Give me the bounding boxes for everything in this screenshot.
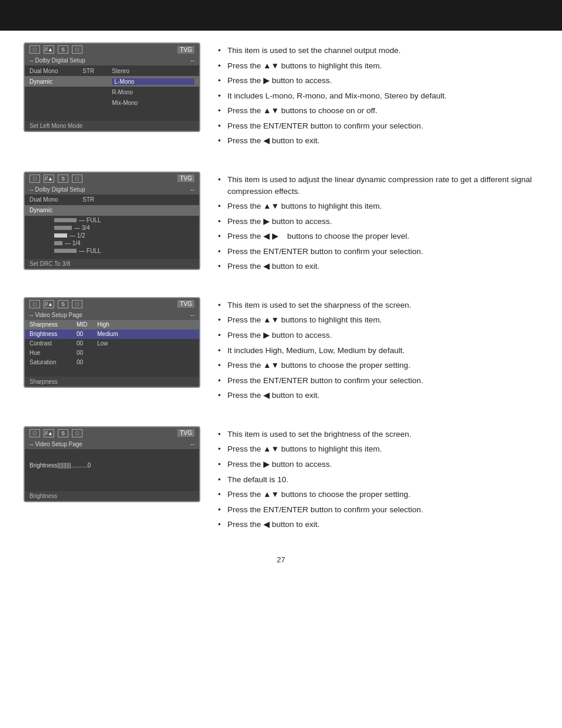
tv-icon-4: □ <box>72 429 82 437</box>
v-col3: Medium <box>97 331 194 337</box>
bullet-item: Press the ENT/ENTER button to confirm yo… <box>218 120 538 132</box>
v-col3: High <box>97 321 194 328</box>
tv-menu-body: Sharpness MID High Brightness 00 Medium … <box>25 320 199 375</box>
v-col2: 00 <box>77 340 97 347</box>
tv-icon-2: //▲ <box>44 429 54 437</box>
col2: STR <box>82 68 112 74</box>
tv-top-bar: □ //▲ S □ TVG <box>25 298 199 310</box>
bullet-item: Press the ◀ button to exit. <box>218 390 538 401</box>
bullet-item: Press the ▲▼ buttons to choose on or off… <box>218 105 538 117</box>
v-col1: Brightness <box>29 331 77 337</box>
tv-menu-header: -- Video Setup Page -- <box>25 439 199 449</box>
tv-row: R-Mono <box>25 87 199 97</box>
bullet-item: Press the ENT/ENTER button to confirm yo… <box>218 375 538 387</box>
tv-menu-header: -- Video Setup Page -- <box>25 310 199 320</box>
bullet-item: Press the ▶ button to access. <box>218 216 538 228</box>
section-dual-mono: □ //▲ S □ TVG -- Dolby Digital Setup -- … <box>24 42 538 150</box>
tv-icon-2: //▲ <box>44 174 54 183</box>
section-brightness: □ //▲ S □ TVG -- Video Setup Page -- Bri… <box>24 426 538 534</box>
drc-label: — FULL <box>79 248 101 254</box>
bullet-item: Press the ▲▼ buttons to choose the prope… <box>218 489 538 500</box>
col1: Dual Mono <box>29 196 82 203</box>
tv-menu-body: Brightness|||||||||..........0 <box>25 449 199 490</box>
col1: Dynamic <box>29 78 82 85</box>
drc-bar <box>54 226 72 230</box>
drc-row: — 3/4 <box>25 225 194 231</box>
tv-video-row-brightness: Brightness 00 Medium <box>25 330 199 339</box>
v-col2: MID <box>77 321 97 328</box>
tv-video-row-saturation: Saturation 00 <box>25 358 199 367</box>
menu-header-left: -- Video Setup Page <box>29 312 82 318</box>
v-col2: 00 <box>77 359 97 365</box>
drc-row: — 1/4 <box>25 240 194 246</box>
bullet-item: Press the ◀ button to exit. <box>218 519 538 531</box>
menu-header-right: -- <box>190 57 194 64</box>
bullet-item: Press the ▲▼ buttons to highlight this i… <box>218 60 538 72</box>
bullet-item: Press the ENT/ENTER button to confirm yo… <box>218 504 538 516</box>
v-col1: Contrast <box>29 340 77 347</box>
col3: Mix-Mono <box>112 100 194 106</box>
bullet-list-sharpness: This item is used to set the sharpness o… <box>218 297 538 405</box>
bullet-item: Press the ▶ button to access. <box>218 459 538 470</box>
page-content: □ //▲ S □ TVG -- Dolby Digital Setup -- … <box>0 31 562 588</box>
bullet-list-brightness: This item is used to set the brightness … <box>218 426 538 534</box>
tv-icon-1: □ <box>29 300 40 308</box>
tv-row: Dual Mono STR Stereo <box>25 65 199 76</box>
tv-footer: Brightness <box>25 491 199 501</box>
tv-row-highlighted: Dynamic L-Mono <box>25 76 199 87</box>
tv-menu-body: Dual Mono STR Dynamic — FULL <box>25 195 199 258</box>
section-dynamic: □ //▲ S □ TVG -- Dolby Digital Setup -- … <box>24 172 538 276</box>
tv-menu-body: Dual Mono STR Stereo Dynamic L-Mono R-Mo… <box>25 65 199 120</box>
tv-tvg-label: TVG <box>177 429 194 437</box>
tv-icon-4: □ <box>72 174 82 183</box>
bullet-item: Press the ◀ button to exit. <box>218 135 538 147</box>
tv-icons: □ //▲ S □ <box>29 45 82 54</box>
v-col2: 00 <box>77 331 97 337</box>
col3: Stereo <box>112 68 194 74</box>
tv-top-bar: □ //▲ S □ TVG <box>25 44 199 55</box>
tv-video-row-contrast: Contrast 00 Low <box>25 339 199 348</box>
bullet-item: This item is used to set the brightness … <box>218 429 538 440</box>
col3: R-Mono <box>112 89 194 95</box>
bullet-item: Press the ▲▼ buttons to highlight this i… <box>218 200 538 212</box>
drc-label: — 1/4 <box>65 240 81 246</box>
drc-label: — 1/2 <box>70 232 85 239</box>
menu-header-right: -- <box>190 186 194 193</box>
tv-icon-4: □ <box>72 300 82 308</box>
drc-row: — FULL <box>25 248 194 254</box>
tv-icons: □ //▲ S □ <box>29 429 82 437</box>
tv-tvg-label: TVG <box>177 300 194 308</box>
menu-header-right: -- <box>190 312 194 318</box>
tv-icon-3: S <box>58 174 68 183</box>
col1: Dual Mono <box>29 68 82 74</box>
bullet-list-dynamic: This item is used to adjust the linear d… <box>218 172 538 276</box>
bullet-item: Press the ▶ button to access. <box>218 75 538 87</box>
tv-icon-3: S <box>58 45 68 54</box>
menu-header-left: -- Dolby Digital Setup <box>29 186 85 193</box>
bullet-item: The default is 10. <box>218 474 538 486</box>
tv-row: Dual Mono STR <box>25 195 199 205</box>
tv-top-bar: □ //▲ S □ TVG <box>25 173 199 185</box>
bullet-item: This item is used to adjust the linear d… <box>218 174 538 197</box>
tv-menu-header: -- Dolby Digital Setup -- <box>25 55 199 65</box>
tv-video-row-sharpness: Sharpness MID High <box>25 320 199 330</box>
bullet-item: Press the ◀ ▶ buttons to choose the prop… <box>218 230 538 242</box>
tv-video-row-hue: Hue 00 <box>25 348 199 358</box>
tv-icon-2: //▲ <box>44 45 54 54</box>
brightness-bar-row: Brightness|||||||||..........0 <box>25 459 199 472</box>
tv-tvg-label: TVG <box>177 46 194 54</box>
tv-icon-1: □ <box>29 45 40 54</box>
tv-icon-3: S <box>58 300 68 308</box>
drc-bar <box>54 218 77 222</box>
bullet-item: Press the ▲▼ buttons to choose the prope… <box>218 360 538 371</box>
tv-screen-sharpness: □ //▲ S □ TVG -- Video Setup Page -- Sha… <box>24 297 200 388</box>
bullet-item: Press the ▲▼ buttons to highlight this i… <box>218 443 538 455</box>
tv-footer: Set Left Mono Mode <box>25 121 199 131</box>
bullet-item: Press the ▲▼ buttons to highlight this i… <box>218 314 538 326</box>
tv-icons: □ //▲ S □ <box>29 300 82 308</box>
tv-icon-4: □ <box>72 45 82 54</box>
tv-screen-dynamic: □ //▲ S □ TVG -- Dolby Digital Setup -- … <box>24 172 200 270</box>
tv-icon-3: S <box>58 429 68 437</box>
v-col1: Saturation <box>29 359 77 365</box>
col3-selected: L-Mono <box>112 78 194 85</box>
